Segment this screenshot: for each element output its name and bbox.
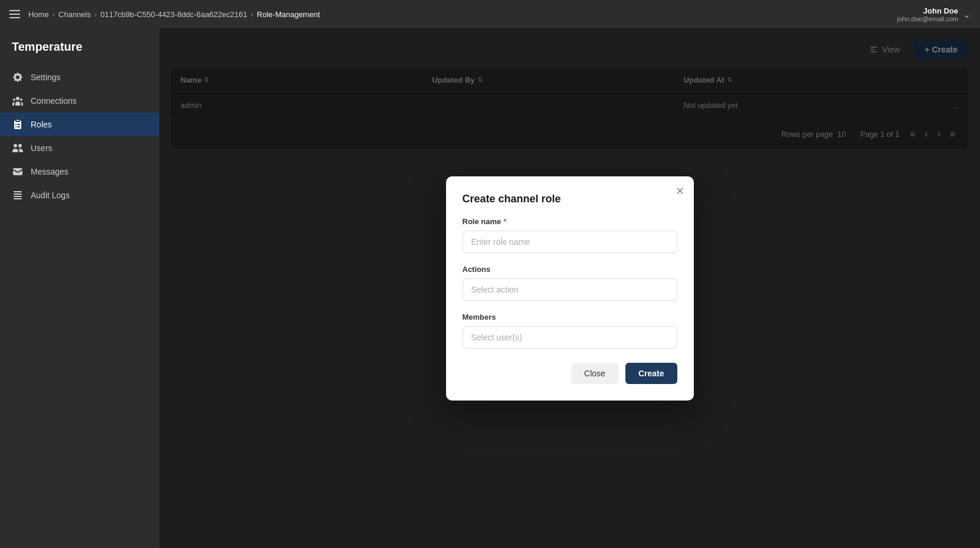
- sidebar-item-roles[interactable]: Roles: [0, 113, 159, 136]
- modal-overlay: ✕ Create channel role Role name * Action…: [159, 28, 980, 548]
- create-role-modal: ✕ Create channel role Role name * Action…: [446, 176, 694, 401]
- content-area: View + Create Name ⇅ Updated By ⇅ Update…: [159, 28, 980, 548]
- settings-icon: [12, 71, 24, 83]
- users-icon: [12, 142, 24, 154]
- topbar-left: Home › Channels › 0117cb9b-C550-4423-8dd…: [9, 7, 320, 21]
- modal-close-button[interactable]: ✕: [676, 186, 684, 196]
- sidebar-audit-logs-label: Audit Logs: [31, 191, 70, 200]
- role-name-label: Role name *: [463, 217, 677, 226]
- modal-title: Create channel role: [463, 193, 677, 205]
- sidebar-roles-label: Roles: [31, 120, 52, 129]
- breadcrumb-sep-3: ›: [251, 10, 253, 19]
- connections-icon: [12, 95, 24, 107]
- user-name: John Doe: [897, 6, 959, 15]
- role-name-group: Role name *: [463, 217, 677, 253]
- modal-close-action-button[interactable]: Close: [571, 363, 618, 384]
- sidebar-messages-label: Messages: [31, 167, 68, 176]
- members-group: Members: [463, 313, 677, 349]
- modal-create-button[interactable]: Create: [625, 363, 677, 384]
- user-info: John Doe john.doe@email.com: [897, 6, 959, 22]
- sidebar-toggle-button[interactable]: [9, 7, 24, 21]
- audit-logs-icon: [12, 189, 24, 201]
- roles-icon: [12, 119, 24, 130]
- modal-footer: Close Create: [463, 363, 677, 384]
- members-input[interactable]: [463, 326, 677, 349]
- breadcrumb-role-management: Role-Management: [257, 10, 320, 19]
- sidebar-title: Temperature: [0, 40, 159, 65]
- sidebar-item-settings[interactable]: Settings: [0, 65, 159, 89]
- actions-label: Actions: [463, 265, 677, 274]
- topbar-right: John Doe john.doe@email.com ⌄: [897, 6, 971, 22]
- sidebar-item-audit-logs[interactable]: Audit Logs: [0, 183, 159, 207]
- actions-input[interactable]: [463, 278, 677, 301]
- sidebar-connections-label: Connections: [31, 96, 77, 106]
- required-indicator: *: [503, 217, 506, 226]
- breadcrumb-sep-1: ›: [53, 10, 55, 19]
- sidebar-users-label: Users: [31, 143, 53, 153]
- role-name-input[interactable]: [463, 231, 677, 253]
- sidebar-item-connections[interactable]: Connections: [0, 89, 159, 113]
- breadcrumb-sep-2: ›: [94, 10, 97, 19]
- sidebar-settings-label: Settings: [31, 73, 61, 82]
- breadcrumb-home[interactable]: Home: [28, 10, 49, 19]
- members-label: Members: [463, 313, 677, 321]
- topbar: Home › Channels › 0117cb9b-C550-4423-8dd…: [0, 0, 980, 28]
- sidebar-item-users[interactable]: Users: [0, 136, 159, 160]
- breadcrumb-channels[interactable]: Channels: [58, 10, 91, 19]
- actions-group: Actions: [463, 265, 677, 301]
- sidebar: Temperature Settings Connections Roles: [0, 28, 159, 548]
- breadcrumb: Home › Channels › 0117cb9b-C550-4423-8dd…: [28, 10, 320, 19]
- user-email: john.doe@email.com: [897, 15, 959, 22]
- main-layout: Temperature Settings Connections Roles: [0, 28, 980, 548]
- sidebar-item-messages[interactable]: Messages: [0, 160, 159, 183]
- user-chevron-icon[interactable]: ⌄: [963, 9, 971, 20]
- breadcrumb-channel-id[interactable]: 0117cb9b-C550-4423-8ddc-6aa622ec2161: [100, 10, 247, 19]
- messages-icon: [12, 166, 24, 178]
